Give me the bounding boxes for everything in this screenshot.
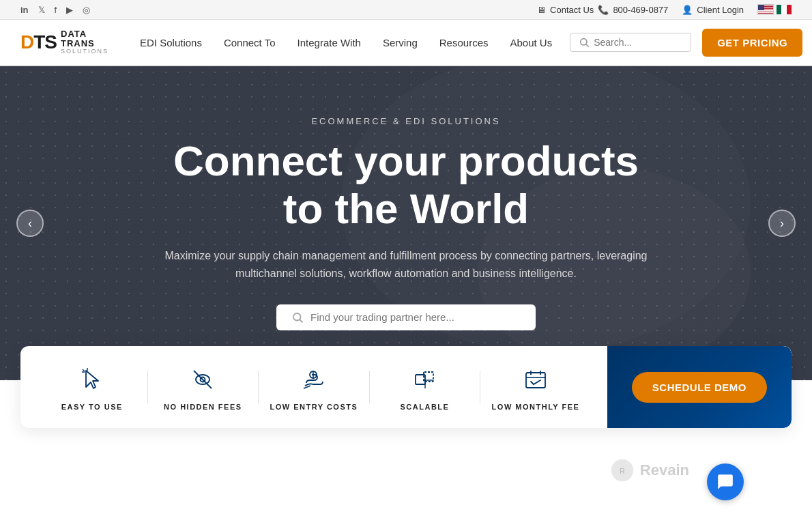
youtube-icon[interactable]: ▶ [66, 5, 73, 15]
contact-label[interactable]: Contact Us [550, 5, 594, 15]
revain-text: Revain [640, 461, 689, 479]
logo-brand-text: DATA TRANS SOLUTIONS [61, 29, 108, 55]
chevron-left-icon: ‹ [28, 216, 32, 231]
logo-dts-text: DTS [20, 31, 57, 53]
hero-section: ‹ ECOMMERCE & EDI SOLUTIONS Connect your… [0, 66, 812, 380]
top-bar: in 𝕏 f ▶ ◎ 🖥 Contact Us 📞 800-469-0877 👤… [0, 0, 812, 20]
social-links: in 𝕏 f ▶ ◎ [20, 5, 90, 15]
feature-easy-to-use: EASY TO USE [37, 363, 147, 411]
low-monthly-fee-label: LOW MONTHLY FEE [492, 403, 580, 411]
svg-text:R: R [620, 467, 625, 475]
chat-icon [716, 473, 734, 489]
revain-logo-icon: R [610, 458, 635, 483]
feature-low-entry-costs: LOW ENTRY COSTS [259, 363, 369, 411]
feature-scalable: SCALABLE [370, 363, 480, 411]
client-login-label: Client Login [697, 5, 744, 15]
no-hidden-fees-label: NO HIDDEN FEES [164, 403, 242, 411]
nav-serving[interactable]: Serving [372, 19, 429, 66]
nav-connect-to[interactable]: Connect To [213, 19, 287, 66]
svg-line-3 [300, 319, 302, 322]
nav-links: EDI Solutions Connect To Integrate With … [129, 19, 563, 66]
scalable-label: SCALABLE [401, 403, 450, 411]
hero-search-box [276, 304, 536, 330]
hero-description: Maximize your supply chain management an… [160, 247, 652, 282]
cursor-icon [76, 363, 108, 396]
revain-area: R Revain [610, 458, 689, 483]
chevron-right-icon: › [780, 216, 784, 231]
hero-title: Connect your products to the World [173, 137, 639, 232]
hero-search-icon [291, 311, 304, 324]
linkedin-icon[interactable]: in [20, 5, 29, 15]
svg-rect-16 [526, 373, 545, 388]
eye-slash-icon [186, 363, 219, 396]
schedule-demo-wrap: SCHEDULE DEMO [607, 346, 792, 428]
contact-info: 🖥 Contact Us 📞 800-469-0877 [537, 5, 668, 15]
nav-integrate-with[interactable]: Integrate With [287, 19, 372, 66]
logo-data: DATA [61, 29, 108, 39]
svg-line-1 [586, 44, 589, 47]
hero-subtitle: ECOMMERCE & EDI SOLUTIONS [311, 116, 500, 126]
calendar-check-icon [519, 363, 552, 396]
logo-trans: TRANS [61, 39, 108, 48]
hero-search-input[interactable] [310, 311, 521, 323]
low-entry-costs-label: LOW ENTRY COSTS [270, 403, 358, 411]
schedule-demo-button[interactable]: SCHEDULE DEMO [632, 372, 767, 403]
get-pricing-button[interactable]: GET PRICING [702, 29, 802, 57]
hero-next-button[interactable]: › [768, 210, 796, 237]
monitor-icon: 🖥 [537, 5, 546, 15]
feature-low-monthly-fee: LOW MONTHLY FEE [480, 363, 591, 411]
search-icon [579, 37, 590, 48]
resize-icon [408, 363, 441, 396]
hero-title-line1: Connect your products [173, 137, 639, 184]
navbar: DTS DATA TRANS SOLUTIONS EDI Solutions C… [0, 20, 812, 66]
us-flag[interactable] [757, 4, 774, 15]
bottom-area: R Revain [0, 428, 812, 489]
client-login-btn[interactable]: 👤 Client Login [682, 5, 744, 15]
logo-solutions: SOLUTIONS [61, 48, 108, 55]
instagram-icon[interactable]: ◎ [83, 5, 90, 15]
twitter-icon[interactable]: 𝕏 [38, 5, 45, 15]
language-flags [757, 4, 792, 15]
mx-flag[interactable] [777, 5, 792, 14]
search-input[interactable] [594, 37, 682, 48]
user-icon: 👤 [682, 5, 693, 15]
feature-no-hidden-fees: NO HIDDEN FEES [148, 363, 259, 411]
features-bar: EASY TO USE NO HIDDEN FEES [20, 346, 792, 428]
svg-point-2 [293, 313, 301, 321]
svg-line-6 [83, 369, 85, 371]
nav-edi-solutions[interactable]: EDI Solutions [129, 19, 213, 66]
nav-resources[interactable]: Resources [429, 19, 499, 66]
top-bar-right: 🖥 Contact Us 📞 800-469-0877 👤 Client Log… [537, 4, 792, 15]
nav-about-us[interactable]: About Us [499, 19, 563, 66]
hero-prev-button[interactable]: ‹ [16, 210, 44, 237]
features-items: EASY TO USE NO HIDDEN FEES [20, 346, 607, 428]
search-box [570, 33, 691, 52]
easy-to-use-label: EASY TO USE [61, 403, 123, 411]
phone-icon: 📞 [598, 5, 609, 15]
hero-title-line2: to the World [283, 185, 529, 232]
phone-number: 800-469-0877 [613, 5, 668, 15]
logo[interactable]: DTS DATA TRANS SOLUTIONS [20, 29, 108, 55]
facebook-icon[interactable]: f [55, 5, 57, 15]
hand-money-icon [298, 363, 330, 396]
svg-point-0 [581, 39, 587, 45]
